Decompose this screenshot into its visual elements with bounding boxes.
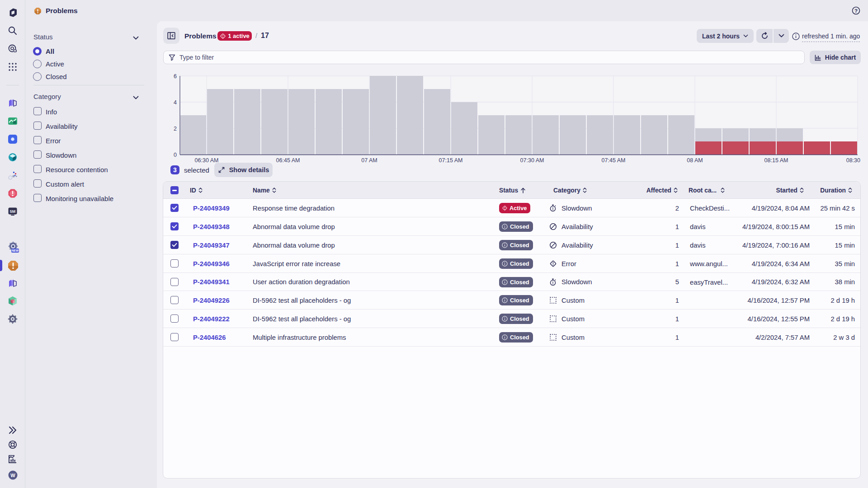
svg-text:?: ?: [854, 8, 858, 14]
svg-text:6: 6: [174, 73, 177, 80]
svg-text:07:45 AM: 07:45 AM: [602, 157, 626, 164]
svg-text:4: 4: [174, 99, 177, 106]
svg-text:W: W: [10, 473, 15, 478]
svg-text:06:45 AM: 06:45 AM: [276, 157, 300, 164]
svg-text:NEW: NEW: [12, 249, 19, 252]
svg-text:5M: 5M: [10, 209, 16, 214]
svg-text:2: 2: [174, 126, 177, 132]
svg-text:0: 0: [174, 152, 177, 158]
svg-text:07:30 AM: 07:30 AM: [520, 157, 544, 164]
svg-text:08:30: 08:30: [846, 157, 860, 164]
svg-text:08:15 AM: 08:15 AM: [764, 157, 788, 164]
svg-text:07 AM: 07 AM: [361, 157, 377, 164]
svg-text:07:15 AM: 07:15 AM: [439, 157, 463, 164]
svg-text:08 AM: 08 AM: [687, 157, 703, 164]
svg-text:06:30 AM: 06:30 AM: [195, 157, 219, 164]
